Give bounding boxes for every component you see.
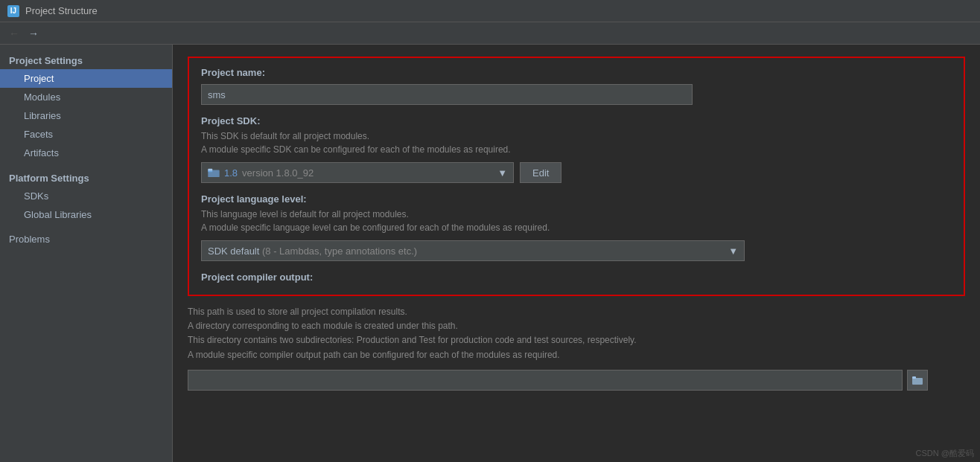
folder-browse-icon bbox=[912, 376, 923, 385]
sidebar-item-libraries[interactable]: Libraries bbox=[0, 106, 172, 125]
svg-rect-3 bbox=[912, 378, 923, 385]
sidebar-item-project[interactable]: Project bbox=[0, 69, 172, 88]
compiler-output-desc: This path is used to store all project c… bbox=[188, 305, 965, 362]
content-area: Project name: Project SDK: This SDK is d… bbox=[173, 45, 980, 462]
platform-settings-header: Platform Settings bbox=[0, 168, 172, 187]
sidebar-item-global-libraries[interactable]: Global Libraries bbox=[0, 205, 172, 224]
sdk-icon-group: 1.8 version 1.8.0_92 bbox=[208, 167, 314, 179]
edit-sdk-button[interactable]: Edit bbox=[520, 162, 561, 183]
compiler-path-browse-button[interactable] bbox=[907, 370, 928, 391]
watermark: CSDN @酷爱码 bbox=[916, 448, 974, 459]
title-bar: IJ Project Structure bbox=[0, 0, 980, 22]
project-name-input[interactable] bbox=[201, 84, 693, 105]
sidebar-item-problems[interactable]: Problems bbox=[0, 230, 172, 248]
lang-dropdown-arrow: ▼ bbox=[728, 246, 738, 257]
title-bar-text: Project Structure bbox=[25, 5, 98, 16]
svg-rect-2 bbox=[208, 169, 212, 171]
project-name-label: Project name: bbox=[201, 67, 952, 78]
sidebar-item-facets[interactable]: Facets bbox=[0, 125, 172, 144]
compiler-path-row bbox=[188, 370, 965, 391]
project-sdk-label: Project SDK: bbox=[201, 115, 952, 126]
forward-button[interactable]: → bbox=[25, 25, 42, 42]
sidebar: Project Settings Project Modules Librari… bbox=[0, 45, 173, 462]
nav-bar: ← → bbox=[0, 22, 980, 45]
compiler-output-section: This path is used to store all project c… bbox=[188, 305, 965, 391]
back-button[interactable]: ← bbox=[6, 25, 22, 42]
main-layout: Project Settings Project Modules Librari… bbox=[0, 45, 980, 462]
folder-icon bbox=[208, 168, 220, 177]
sdk-row: 1.8 version 1.8.0_92 ▼ Edit bbox=[201, 162, 952, 183]
project-compiler-output-label: Project compiler output: bbox=[201, 272, 952, 283]
sidebar-item-sdks[interactable]: SDKs bbox=[0, 187, 172, 205]
language-level-dropdown[interactable]: SDK default (8 - Lambdas, type annotatio… bbox=[201, 240, 745, 261]
project-sdk-desc: This SDK is default for all project modu… bbox=[201, 129, 952, 156]
project-language-level-label: Project language level: bbox=[201, 193, 952, 205]
svg-rect-4 bbox=[912, 376, 916, 379]
highlighted-section: Project name: Project SDK: This SDK is d… bbox=[188, 57, 965, 296]
app-icon: IJ bbox=[7, 5, 19, 17]
project-language-level-desc: This language level is default for all p… bbox=[201, 208, 952, 234]
sdk-dropdown-arrow: ▼ bbox=[497, 167, 507, 179]
project-settings-header: Project Settings bbox=[0, 51, 172, 69]
compiler-path-input[interactable] bbox=[188, 370, 903, 391]
sidebar-item-modules[interactable]: Modules bbox=[0, 88, 172, 106]
sdk-dropdown[interactable]: 1.8 version 1.8.0_92 ▼ bbox=[201, 162, 514, 183]
sidebar-item-artifacts[interactable]: Artifacts bbox=[0, 144, 172, 162]
